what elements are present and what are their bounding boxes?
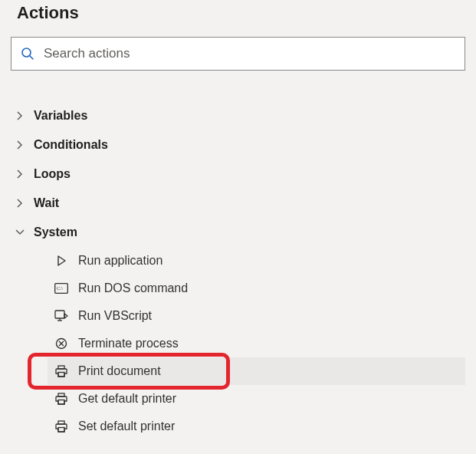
- system-children: Run application C:\ Run DOS command Run …: [11, 247, 465, 440]
- search-box[interactable]: [11, 37, 465, 71]
- action-terminate-process[interactable]: Terminate process: [48, 330, 465, 357]
- chevron-down-icon: [14, 226, 26, 239]
- group-system[interactable]: System: [11, 218, 465, 247]
- action-set-default-printer[interactable]: Set default printer: [48, 413, 465, 440]
- svg-rect-4: [55, 311, 64, 318]
- action-run-dos-command[interactable]: C:\ Run DOS command: [48, 275, 465, 302]
- print-icon: [54, 419, 69, 434]
- action-get-default-printer[interactable]: Get default printer: [48, 385, 465, 413]
- play-icon: [54, 253, 69, 268]
- group-wait[interactable]: Wait: [11, 189, 465, 218]
- actions-tree: Variables Conditionals Loops Wait System: [11, 101, 465, 440]
- chevron-right-icon: [14, 139, 26, 151]
- action-label: Run application: [78, 254, 162, 268]
- svg-rect-11: [58, 428, 64, 433]
- svg-text:C:\: C:\: [57, 285, 63, 291]
- search-input[interactable]: [44, 46, 457, 61]
- chevron-right-icon: [14, 197, 26, 209]
- chevron-right-icon: [14, 168, 26, 180]
- group-label: Wait: [34, 196, 59, 210]
- panel-title: Actions: [11, 0, 465, 37]
- chevron-right-icon: [14, 110, 26, 122]
- svg-rect-7: [58, 373, 64, 377]
- group-label: Loops: [34, 167, 71, 181]
- vbscript-icon: [54, 308, 69, 324]
- print-icon: [54, 391, 69, 406]
- group-label: Variables: [34, 109, 87, 123]
- terminate-icon: [54, 336, 69, 351]
- action-label: Run DOS command: [78, 281, 188, 295]
- action-label: Terminate process: [78, 337, 179, 350]
- action-print-document[interactable]: Print document: [48, 357, 465, 385]
- svg-line-1: [30, 56, 33, 59]
- action-label: Print document: [78, 364, 161, 378]
- action-label: Get default printer: [78, 392, 176, 406]
- group-label: Conditionals: [34, 138, 108, 152]
- dos-icon: C:\: [54, 281, 69, 296]
- actions-panel: Actions Variables Conditionals Loops: [0, 0, 476, 451]
- action-label: Run VBScript: [78, 309, 152, 323]
- search-icon: [19, 45, 36, 62]
- print-icon: [54, 364, 69, 379]
- group-variables[interactable]: Variables: [11, 101, 465, 130]
- svg-rect-9: [58, 400, 64, 405]
- group-loops[interactable]: Loops: [11, 160, 465, 189]
- action-run-vbscript[interactable]: Run VBScript: [48, 302, 465, 330]
- action-run-application[interactable]: Run application: [48, 247, 465, 275]
- action-label: Set default printer: [78, 419, 175, 433]
- group-conditionals[interactable]: Conditionals: [11, 130, 465, 160]
- group-label: System: [34, 225, 77, 239]
